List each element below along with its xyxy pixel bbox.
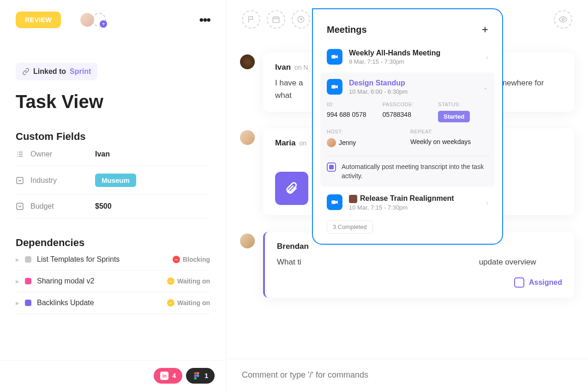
calendar-button[interactable]	[267, 10, 285, 29]
comment-meta: on	[299, 139, 306, 147]
dependency-row[interactable]: ▶ Backlinks Update – Waiting on	[16, 292, 210, 314]
comment-author: Brendan	[277, 242, 309, 251]
meeting-id-label: ID:	[327, 102, 377, 107]
svg-point-6	[194, 377, 197, 379]
field-value[interactable]: Ivan	[95, 150, 110, 158]
list-icon	[16, 150, 24, 158]
comment-body: What ti update overview	[277, 256, 562, 268]
record-icon	[349, 195, 357, 203]
avatar	[327, 138, 336, 147]
svg-rect-11	[331, 55, 336, 59]
waiting-icon: –	[167, 299, 174, 307]
chevron-right-icon: ›	[486, 199, 488, 206]
meeting-time: 10 Mar, 7:15 - 7:30pm	[349, 204, 480, 211]
footer-left: in 4 1	[0, 360, 226, 391]
meeting-host: Jenny	[327, 138, 405, 147]
status-square-icon	[25, 278, 31, 284]
meeting-repeat: Weekly on weekdays	[410, 138, 488, 147]
svg-point-10	[562, 18, 564, 21]
field-label: Budget	[30, 202, 95, 211]
meeting-item[interactable]: Weekly All-Hands Meeting 9 Mar, 7:15 - 7…	[313, 44, 502, 70]
svg-rect-13	[331, 200, 336, 204]
meetings-title: Meetings	[327, 24, 367, 35]
svg-rect-12	[331, 85, 336, 89]
clock-button[interactable]	[292, 10, 310, 29]
dropdown-icon	[16, 176, 24, 185]
linked-target: Sprint	[70, 67, 91, 76]
dependencies-title: Dependencies	[16, 237, 210, 249]
dependency-name: Sharing modal v2	[37, 277, 162, 285]
comment-meta: on N	[294, 64, 308, 71]
meeting-repeat-label: REPEAT:	[410, 129, 488, 134]
comment-author: Ivan	[275, 63, 291, 72]
chevron-down-icon[interactable]: ⌄	[483, 84, 488, 91]
industry-tag[interactable]: Museum	[95, 174, 136, 187]
meeting-name: Release Train Realignment	[349, 194, 480, 203]
add-meeting-button[interactable]: +	[482, 23, 488, 36]
dependency-status: – Blocking	[173, 256, 210, 263]
svg-point-2	[194, 372, 197, 374]
field-label: Industry	[30, 176, 95, 185]
meeting-item[interactable]: Design Standup 10 Mar, 6:00 - 6:30pm ⌄	[327, 79, 488, 95]
status-square-icon	[25, 300, 31, 306]
svg-rect-1	[17, 203, 23, 210]
meeting-item-expanded: Design Standup 10 Mar, 6:00 - 6:30pm ⌄ I…	[320, 72, 495, 187]
svg-point-4	[194, 374, 197, 377]
dependency-status: – Waiting on	[167, 299, 210, 307]
custom-fields-title: Custom Fields	[16, 131, 210, 143]
custom-field-row: Budget $500	[16, 195, 210, 218]
meeting-id: 994 688 0578	[327, 111, 377, 122]
video-icon	[327, 49, 342, 65]
assigned-checkbox[interactable]	[514, 277, 524, 288]
dependency-status: – Waiting on	[167, 277, 210, 285]
blocking-icon: –	[173, 256, 180, 263]
flag-button[interactable]	[242, 10, 260, 29]
status-square-icon	[25, 256, 31, 263]
linked-pill[interactable]: Linked to Sprint	[16, 63, 97, 80]
dependency-row[interactable]: ▶ Sharing modal v2 – Waiting on	[16, 271, 210, 292]
chevron-right-icon: ▶	[16, 257, 19, 262]
svg-rect-7	[273, 17, 279, 23]
meeting-host-label: HOST:	[327, 129, 405, 134]
chevron-right-icon: ▶	[16, 301, 19, 306]
comment-author: Maria	[275, 138, 295, 148]
meeting-item[interactable]: Release Train Realignment 10 Mar, 7:15 -…	[313, 190, 502, 216]
field-label: Owner	[30, 150, 95, 158]
status-badge: Started	[438, 111, 470, 122]
dependency-name: List Templates for Sprints	[37, 255, 167, 264]
comment-input[interactable]	[242, 370, 572, 380]
add-assignee-button[interactable]	[92, 13, 106, 27]
chevron-right-icon: ▶	[16, 279, 19, 284]
completed-pill[interactable]: 3 Completed	[327, 220, 373, 234]
avatar	[240, 54, 255, 69]
avatar	[240, 130, 255, 145]
link-icon	[22, 68, 30, 75]
field-value[interactable]: $500	[95, 202, 112, 211]
transcript-checkbox[interactable]	[327, 162, 336, 172]
video-icon	[327, 79, 342, 95]
transcript-text: Automatically post meeting transcript in…	[342, 162, 488, 180]
header-left: REVIEW •••	[0, 0, 226, 40]
review-button[interactable]: REVIEW	[16, 12, 61, 28]
attachment-icon[interactable]	[275, 172, 308, 205]
avatar	[240, 234, 255, 248]
meetings-panel: Meetings + Weekly All-Hands Meeting 9 Ma…	[312, 8, 503, 245]
invision-icon: in	[160, 372, 168, 380]
assigned-label: Assigned	[529, 278, 562, 287]
svg-point-5	[197, 374, 199, 377]
custom-field-row: Owner Ivan	[16, 143, 210, 166]
dependency-row[interactable]: ▶ List Templates for Sprints – Blocking	[16, 249, 210, 271]
assignee-avatars	[80, 13, 106, 27]
chevron-right-icon: ›	[486, 54, 488, 61]
meeting-name: Design Standup	[349, 79, 476, 87]
watch-button[interactable]	[554, 10, 572, 29]
meeting-passcode-label: PASSCODE:	[383, 102, 433, 107]
invision-badge[interactable]: in 4	[154, 368, 182, 384]
dropdown-icon	[16, 202, 24, 211]
figma-badge[interactable]: 1	[186, 368, 215, 384]
meeting-name: Weekly All-Hands Meeting	[349, 49, 480, 57]
page-title: Task View	[16, 91, 210, 112]
waiting-icon: –	[167, 277, 174, 285]
meeting-status-label: STATUS:	[438, 102, 488, 107]
more-menu-button[interactable]: •••	[199, 12, 210, 27]
